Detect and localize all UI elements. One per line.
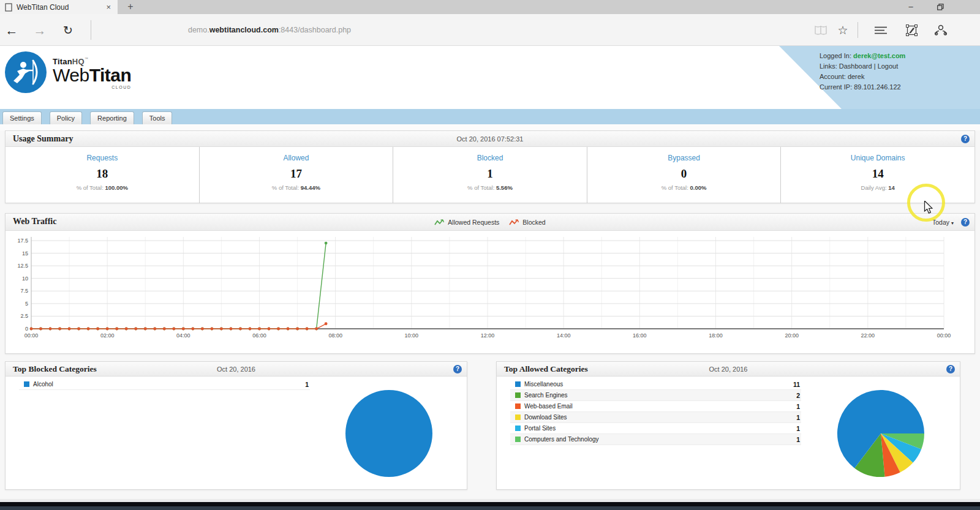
stat-subtext: % of Total: 100.00% — [6, 184, 199, 191]
refresh-icon[interactable]: ↻ — [59, 21, 77, 40]
svg-text:15: 15 — [22, 250, 28, 257]
stat-unique-domains: Unique Domains14Daily Avg: 14 — [780, 147, 974, 203]
legend-label: Allowed Requests — [448, 219, 499, 226]
svg-text:12.5: 12.5 — [17, 263, 28, 269]
category-label: Miscellaneous — [524, 381, 563, 388]
svg-text:08:00: 08:00 — [328, 332, 342, 339]
ip-value: 89.101.246.122 — [854, 83, 900, 91]
category-swatch — [24, 381, 29, 387]
brand-titan-main: Titan — [89, 65, 132, 85]
favorites-star-icon[interactable]: ☆ — [834, 22, 851, 38]
stat-label: Blocked — [393, 154, 587, 162]
category-row: Search Engines2 — [510, 390, 801, 401]
svg-text:10: 10 — [22, 276, 28, 282]
stat-subtext: % of Total: 5.56% — [393, 184, 587, 191]
allowed-category-list: Miscellaneous11Search Engines2Web-based … — [510, 379, 801, 445]
category-swatch — [515, 426, 521, 431]
range-dropdown[interactable]: Today ▾ — [932, 219, 954, 226]
brand-tm: ™ — [85, 57, 88, 61]
browser-tab[interactable]: WebTitan Cloud × — [0, 0, 118, 14]
category-row: Web-based Email1 — [510, 401, 801, 412]
restore-button[interactable] — [926, 0, 954, 14]
range-label: Today — [932, 219, 949, 226]
restore-icon — [937, 4, 944, 10]
cursor-pointer — [923, 201, 934, 214]
brand-cloud: CLOUD — [53, 85, 131, 89]
svg-text:7.5: 7.5 — [20, 288, 28, 294]
brand-text: TitanHQ™ WebTitan CLOUD — [53, 57, 131, 89]
nav-tab-settings[interactable]: Settings — [2, 111, 42, 124]
login-info: Logged In: derek@test.com Links: Dashboa… — [820, 51, 905, 92]
category-swatch — [515, 403, 521, 409]
help-icon[interactable]: ? — [961, 218, 970, 227]
stat-value: 0 — [587, 167, 781, 181]
category-value: 1 — [796, 425, 801, 432]
web-note-icon[interactable] — [903, 22, 920, 38]
nav-tab-policy[interactable]: Policy — [50, 111, 82, 124]
address-bar[interactable]: demo.webtitancloud.com:8443/dashboard.ph… — [141, 21, 398, 39]
svg-text:10:00: 10:00 — [405, 332, 419, 339]
stat-allowed: Allowed17% of Total: 94.44% — [199, 147, 393, 203]
stat-subtext: % of Total: 0.00% — [587, 184, 781, 191]
top-allowed-date: Oct 20, 2016 — [497, 366, 960, 373]
bottom-bar — [0, 502, 980, 506]
page-favicon-icon — [5, 3, 12, 12]
logout-link[interactable]: Logout — [878, 62, 899, 70]
category-row: Computers and Technology1 — [510, 434, 801, 445]
usage-stats: Requests18% of Total: 100.00%Allowed17% … — [6, 147, 974, 203]
category-swatch — [515, 437, 521, 442]
category-value: 1 — [305, 381, 310, 388]
tab-title: WebTitan Cloud — [17, 3, 100, 12]
stat-label: Allowed — [200, 154, 393, 162]
back-icon[interactable]: ← — [2, 21, 21, 40]
category-value: 1 — [796, 403, 801, 410]
category-value: 2 — [796, 392, 801, 399]
new-tab-icon[interactable]: + — [123, 0, 138, 14]
nav-tab-reporting[interactable]: Reporting — [90, 111, 134, 124]
category-swatch — [515, 381, 521, 387]
url-path: :8443/dashboard.php — [279, 26, 351, 34]
hub-icon[interactable] — [872, 22, 889, 38]
brand-web: Web — [53, 65, 89, 85]
stat-value: 1 — [393, 167, 587, 181]
svg-text:06:00: 06:00 — [252, 332, 266, 339]
top-blocked-panel: Top Blocked Categories Oct 20, 2016 ? Al… — [5, 361, 467, 490]
stat-value: 18 — [6, 167, 199, 181]
minimize-button[interactable]: – — [897, 0, 925, 14]
svg-text:00:00: 00:00 — [24, 332, 39, 339]
close-tab-icon[interactable]: × — [104, 2, 113, 12]
share-icon[interactable] — [932, 22, 949, 38]
legend-label: Blocked — [522, 219, 545, 226]
dashboard-link[interactable]: Dashboard — [839, 62, 872, 70]
links-label: Links: — [820, 62, 837, 70]
url-prefix: demo. — [188, 26, 209, 34]
top-blocked-header: Top Blocked Categories Oct 20, 2016 ? — [6, 362, 467, 377]
account-label: Account: — [820, 73, 846, 80]
reading-view-icon[interactable] — [812, 22, 829, 38]
top-blocked-date: Oct 20, 2016 — [6, 366, 467, 373]
category-label: Alcohol — [33, 381, 53, 388]
forward-icon[interactable]: → — [31, 21, 49, 40]
toolbar-divider — [91, 20, 91, 40]
category-label: Web-based Email — [524, 403, 573, 410]
stat-subtext: % of Total: 94.44% — [200, 184, 393, 191]
category-row: Alcohol1 — [19, 379, 310, 390]
category-value: 11 — [793, 381, 801, 388]
legend-line-icon — [434, 219, 445, 226]
web-traffic-chart: 02.557.51012.51517.500:0002:0004:0006:00… — [9, 232, 972, 353]
svg-text:2.5: 2.5 — [20, 313, 28, 319]
help-icon[interactable]: ? — [453, 365, 462, 373]
usage-summary-panel: Usage Summary Oct 20, 2016 07:52:31 ? Re… — [5, 130, 975, 203]
svg-text:12:00: 12:00 — [481, 332, 495, 339]
help-icon[interactable]: ? — [961, 135, 970, 143]
svg-text:17.5: 17.5 — [17, 238, 28, 244]
svg-text:20:00: 20:00 — [785, 332, 799, 339]
category-row: Download Sites1 — [510, 412, 801, 423]
allowed-pie-chart — [836, 389, 925, 478]
svg-text:16:00: 16:00 — [633, 332, 647, 339]
help-icon[interactable]: ? — [946, 365, 955, 373]
nav-tab-tools[interactable]: Tools — [142, 111, 173, 124]
webtitan-logo — [5, 51, 47, 93]
svg-text:02:00: 02:00 — [100, 332, 115, 339]
bottom-edge — [0, 506, 980, 510]
